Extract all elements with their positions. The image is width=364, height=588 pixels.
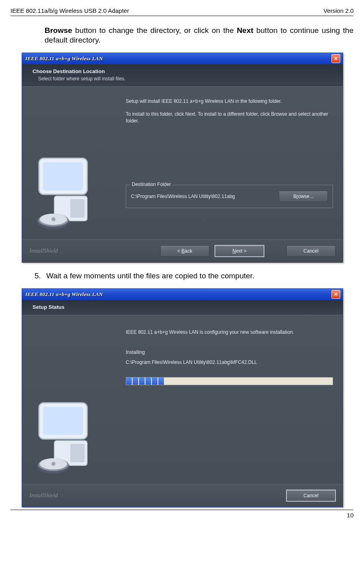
setup-line-2: To install to this folder, click Next. T… [126,111,333,125]
monitor-cd-icon [22,396,115,476]
intro-paragraph: Browse button to change the directory, o… [45,26,354,45]
right-column: IEEE 802.11 a+b+g Wireless LAN is config… [122,315,343,484]
progress-segment [133,378,138,385]
installing-path: C:\Program Files\Wireless LAN Utility\80… [126,359,333,366]
step-5: 5. Wait a few moments until the files ar… [35,272,354,280]
destination-path: C:\Program Files\Wireless LAN Utility\80… [131,194,275,199]
progress-segment [145,378,151,385]
sidebar-image [22,315,122,484]
para-mid: button to change the directory, or click… [72,26,237,35]
cancel-button[interactable]: Cancel [286,490,335,501]
header-rule [10,16,354,16]
sidebar-image [22,87,122,239]
progress-segment [152,378,157,385]
bold-browse: Browse [45,26,72,35]
next-ul: N [232,248,236,254]
installer-window-1: IEEE 802.11 a+b+g Wireless LAN ✕ Choose … [22,53,343,263]
back-ul: B [182,248,185,254]
setup-line-1: Setup will install IEEE 802.11 a+b+g Wir… [126,98,333,105]
progress-segment [158,378,164,385]
monitor-cd-icon [22,151,115,231]
progress-segment [139,378,145,385]
footer: InstallShield Cancel [22,484,343,507]
footer: InstallShield < Back Next > Cancel [22,239,343,262]
banner: Setup Status [22,300,343,315]
cancel-button[interactable]: Cancel [286,245,335,257]
browse-button[interactable]: Browse... [279,191,328,202]
back-button[interactable]: < Back [160,245,209,257]
close-icon[interactable]: ✕ [331,290,340,299]
content-area: Setup will install IEEE 802.11 a+b+g Wir… [22,87,343,239]
next-button[interactable]: Next > [215,245,264,257]
step-number: 5. [35,272,44,280]
header-right: Version 2.0 [323,7,354,14]
window-title: IEEE 802.11 a+b+g Wireless LAN [25,55,103,62]
destination-folder-group: Destination Folder C:\Program Files\Wire… [126,185,333,208]
banner-subtext: Select folder where setup will install f… [38,76,337,82]
browse-pre: B [293,194,297,199]
installer-window-2: IEEE 802.11 a+b+g Wireless LAN ✕ Setup S… [22,288,343,507]
svg-rect-1 [43,162,83,190]
svg-rect-9 [43,407,83,435]
svg-point-15 [51,462,55,466]
bold-next: Next [237,26,253,35]
close-icon[interactable]: ✕ [331,54,340,63]
status-line-1: IEEE 802.11 a+b+g Wireless LAN is config… [126,329,333,336]
back-pre: < [177,248,181,254]
svg-rect-3 [70,199,85,218]
banner-heading: Choose Destination Location [33,68,337,74]
banner: Choose Destination Location Select folde… [22,64,343,87]
right-column: Setup will install IEEE 802.11 a+b+g Wir… [122,87,343,239]
svg-point-7 [51,217,55,221]
content-area: IEEE 802.11 a+b+g Wireless LAN is config… [22,315,343,484]
destination-legend: Destination Folder [130,182,172,187]
browse-post: owse... [298,194,313,199]
installshield-brand: InstallShield [29,492,58,499]
header-left: IEEE 802.11a/b/g Wireless USB 2.0 Adapte… [10,7,129,14]
installshield-brand: InstallShield [29,248,58,254]
next-post: ext > [236,248,246,254]
installing-label: Installing [126,349,333,356]
back-post: ack [185,248,192,254]
banner-heading: Setup Status [33,304,337,310]
window-title: IEEE 802.11 a+b+g Wireless LAN [25,291,103,298]
titlebar: IEEE 802.11 a+b+g Wireless LAN ✕ [22,53,343,64]
titlebar: IEEE 802.11 a+b+g Wireless LAN ✕ [22,289,343,300]
page-number: 10 [10,510,354,519]
step-text: Wait a few moments until the files are c… [46,272,254,280]
svg-rect-11 [70,444,85,462]
progress-segment [126,378,132,385]
progress-bar [126,377,333,385]
